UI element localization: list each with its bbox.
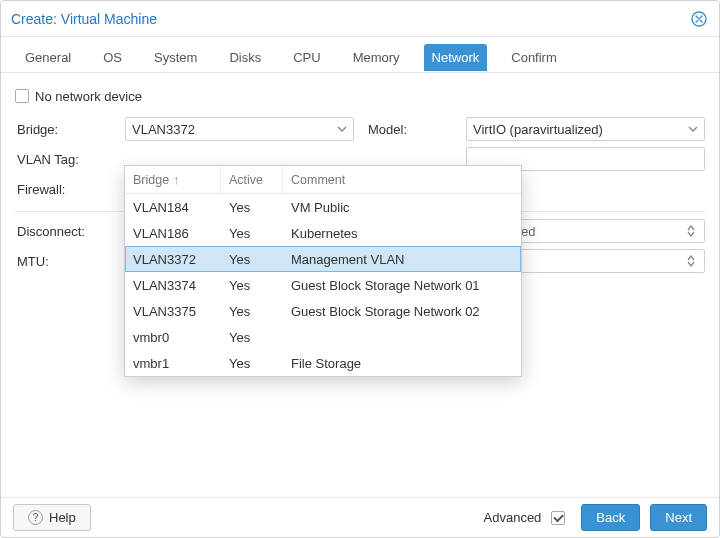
bridge-label: Bridge:: [15, 122, 125, 137]
bridge-option-comment: VM Public: [283, 200, 521, 215]
advanced-label: Advanced: [484, 510, 542, 525]
tab-cpu[interactable]: CPU: [285, 44, 328, 71]
chevron-down-icon: [687, 261, 695, 267]
tab-memory[interactable]: Memory: [345, 44, 408, 71]
bridge-option-active: Yes: [221, 278, 283, 293]
bridge-option-name: vmbr0: [125, 330, 221, 345]
bridge-option-active: Yes: [221, 200, 283, 215]
chevron-down-icon: [337, 124, 347, 134]
col-header-bridge-label: Bridge: [133, 173, 169, 187]
close-icon: [691, 11, 707, 27]
bridge-option-comment: File Storage: [283, 356, 521, 371]
help-icon: ?: [28, 510, 43, 525]
bridge-option-name: VLAN184: [125, 200, 221, 215]
wizard-footer: ? Help Advanced Back Next: [1, 497, 719, 537]
wizard-tabs: General OS System Disks CPU Memory Netwo…: [1, 37, 719, 73]
next-button[interactable]: Next: [650, 504, 707, 531]
chevron-down-icon: [687, 231, 695, 237]
tab-disks[interactable]: Disks: [221, 44, 269, 71]
bridge-option-active: Yes: [221, 356, 283, 371]
bridge-option-comment: Kubernetes: [283, 226, 521, 241]
titlebar: Create: Virtual Machine: [1, 1, 719, 37]
bridge-option[interactable]: VLAN186YesKubernetes: [125, 220, 521, 246]
bridge-dropdown-rows: VLAN184YesVM PublicVLAN186YesKubernetesV…: [125, 194, 521, 376]
bridge-option-name: VLAN3375: [125, 304, 221, 319]
bridge-combobox[interactable]: VLAN3372: [125, 117, 354, 141]
bridge-row: Bridge: VLAN3372: [15, 115, 354, 143]
bridge-option-comment: Management VLAN: [283, 252, 521, 267]
bridge-option-active: Yes: [221, 304, 283, 319]
window-title: Create: Virtual Machine: [11, 11, 157, 27]
bridge-option-name: vmbr1: [125, 356, 221, 371]
spinner-buttons[interactable]: [684, 255, 698, 267]
model-label: Model:: [366, 122, 466, 137]
back-label: Back: [596, 510, 625, 525]
bridge-option-comment: Guest Block Storage Network 02: [283, 304, 521, 319]
back-button[interactable]: Back: [581, 504, 640, 531]
no-network-device-label: No network device: [35, 89, 142, 104]
help-label: Help: [49, 510, 76, 525]
bridge-option-active: Yes: [221, 226, 283, 241]
vlan-tag-label: VLAN Tag:: [15, 152, 125, 167]
panel-network: No network device Bridge: VLAN3372 VLAN …: [1, 73, 719, 497]
tab-os[interactable]: OS: [95, 44, 130, 71]
model-row: Model: VirtIO (paravirtualized): [366, 115, 705, 143]
no-network-device-checkbox[interactable]: [15, 89, 29, 103]
model-value: VirtIO (paravirtualized): [473, 122, 603, 137]
tab-system[interactable]: System: [146, 44, 205, 71]
bridge-option[interactable]: VLAN3372YesManagement VLAN: [125, 246, 521, 272]
col-header-bridge[interactable]: Bridge ↑: [125, 166, 221, 193]
bridge-option[interactable]: VLAN184YesVM Public: [125, 194, 521, 220]
sort-asc-icon: ↑: [173, 173, 179, 187]
chevron-down-icon: [688, 124, 698, 134]
close-button[interactable]: [689, 9, 709, 29]
bridge-dropdown-header: Bridge ↑ Active Comment: [125, 166, 521, 194]
bridge-option-active: Yes: [221, 252, 283, 267]
bridge-value: VLAN3372: [132, 122, 195, 137]
bridge-dropdown[interactable]: Bridge ↑ Active Comment VLAN184YesVM Pub…: [124, 165, 522, 377]
firewall-label: Firewall:: [15, 182, 125, 197]
bridge-option[interactable]: VLAN3374YesGuest Block Storage Network 0…: [125, 272, 521, 298]
bridge-option-name: VLAN186: [125, 226, 221, 241]
col-header-comment[interactable]: Comment: [283, 166, 521, 193]
bridge-option[interactable]: VLAN3375YesGuest Block Storage Network 0…: [125, 298, 521, 324]
spinner-buttons[interactable]: [684, 225, 698, 237]
bridge-option-comment: Guest Block Storage Network 01: [283, 278, 521, 293]
no-network-device-row: No network device: [15, 83, 705, 109]
mtu-label: MTU:: [15, 254, 125, 269]
tab-network[interactable]: Network: [424, 44, 488, 71]
bridge-option-name: VLAN3372: [125, 252, 221, 267]
bridge-option-active: Yes: [221, 330, 283, 345]
bridge-option[interactable]: vmbr1YesFile Storage: [125, 350, 521, 376]
model-combobox[interactable]: VirtIO (paravirtualized): [466, 117, 705, 141]
next-label: Next: [665, 510, 692, 525]
col-header-comment-label: Comment: [291, 173, 345, 187]
tab-general[interactable]: General: [17, 44, 79, 71]
col-header-active-label: Active: [229, 173, 263, 187]
disconnect-label: Disconnect:: [15, 224, 125, 239]
bridge-option[interactable]: vmbr0Yes: [125, 324, 521, 350]
advanced-checkbox[interactable]: [551, 511, 565, 525]
create-vm-window: Create: Virtual Machine General OS Syste…: [0, 0, 720, 538]
col-header-active[interactable]: Active: [221, 166, 283, 193]
tab-confirm[interactable]: Confirm: [503, 44, 565, 71]
bridge-option-name: VLAN3374: [125, 278, 221, 293]
help-button[interactable]: ? Help: [13, 504, 91, 531]
